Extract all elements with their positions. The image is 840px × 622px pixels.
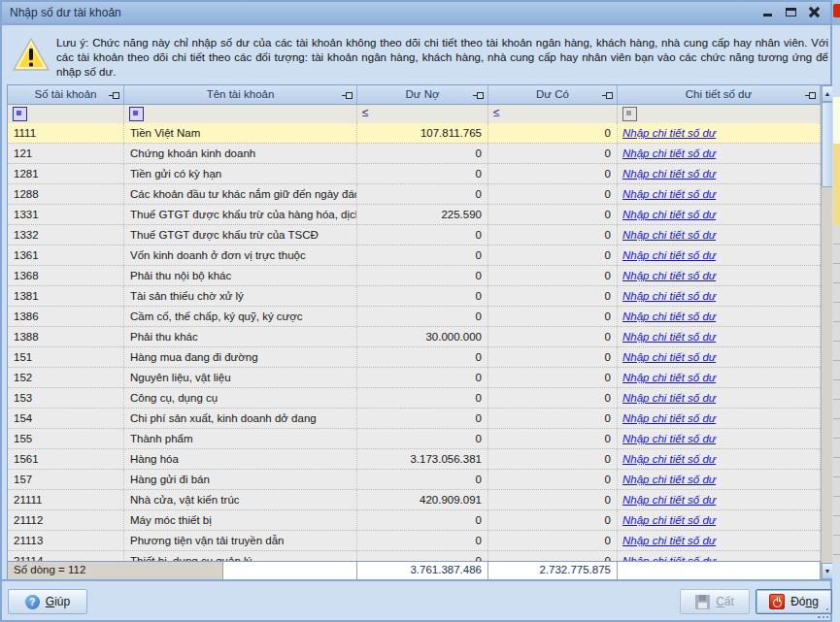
debit-cell[interactable]: 0 bbox=[357, 551, 488, 561]
column-header-debit[interactable]: Dư Nợ bbox=[357, 85, 488, 105]
detail-link[interactable]: Nhập chi tiết số dư bbox=[622, 535, 716, 546]
help-button[interactable]: ? Giúp bbox=[8, 589, 87, 614]
debit-cell[interactable]: 0 bbox=[357, 347, 488, 367]
table-row[interactable]: 1281 Tiền gửi có kỳ hạn 0 0 Nhập chi tiế… bbox=[8, 164, 821, 184]
credit-cell[interactable]: 0 bbox=[488, 123, 618, 143]
credit-cell[interactable]: 0 bbox=[488, 551, 618, 561]
less-equal-icon[interactable]: ≤ bbox=[493, 106, 500, 119]
detail-link[interactable]: Nhập chi tiết số dư bbox=[622, 229, 716, 241]
table-row[interactable]: 21114 Thiết bị, dụng cụ quản lý 0 0 Nhập… bbox=[8, 551, 821, 561]
detail-link[interactable]: Nhập chi tiết số dư bbox=[622, 351, 716, 363]
detail-link[interactable]: Nhập chi tiết số dư bbox=[622, 372, 716, 383]
detail-link[interactable]: Nhập chi tiết số dư bbox=[622, 209, 716, 220]
table-row[interactable]: 157 Hàng gửi đi bán 0 0 Nhập chi tiết số… bbox=[8, 470, 821, 490]
table-row[interactable]: 121 Chứng khoán kinh doanh 0 0 Nhập chi … bbox=[8, 144, 821, 164]
credit-cell[interactable]: 0 bbox=[488, 144, 618, 163]
debit-cell[interactable]: 0 bbox=[357, 429, 488, 448]
table-row[interactable]: 1288 Các khoản đầu tư khác nắm giữ đến n… bbox=[8, 184, 821, 205]
debit-cell[interactable]: 0 bbox=[357, 246, 488, 265]
detail-link[interactable]: Nhập chi tiết số dư bbox=[622, 188, 716, 200]
debit-cell[interactable]: 420.909.091 bbox=[357, 490, 488, 509]
detail-link[interactable]: Nhập chi tiết số dư bbox=[622, 494, 716, 506]
detail-link[interactable]: Nhập chi tiết số dư bbox=[622, 127, 716, 139]
credit-cell[interactable]: 0 bbox=[488, 449, 618, 469]
debit-cell[interactable]: 0 bbox=[357, 368, 488, 387]
detail-link[interactable]: Nhập chi tiết số dư bbox=[622, 433, 716, 444]
credit-cell[interactable]: 0 bbox=[488, 490, 618, 509]
detail-link[interactable]: Nhập chi tiết số dư bbox=[622, 168, 716, 180]
credit-cell[interactable]: 0 bbox=[488, 347, 618, 367]
detail-link[interactable]: Nhập chi tiết số dư bbox=[622, 249, 716, 261]
table-row[interactable]: 1561 Hàng hóa 3.173.056.381 0 Nhập chi t… bbox=[8, 449, 821, 470]
debit-cell[interactable]: 0 bbox=[357, 225, 488, 245]
table-row[interactable]: 1332 Thuế GTGT được khấu trừ của TSCĐ 0 … bbox=[8, 225, 821, 246]
debit-cell[interactable]: 225.590 bbox=[357, 205, 488, 224]
credit-cell[interactable]: 0 bbox=[488, 409, 618, 428]
detail-link[interactable]: Nhập chi tiết số dư bbox=[622, 331, 716, 343]
detail-link[interactable]: Nhập chi tiết số dư bbox=[622, 290, 716, 302]
debit-cell[interactable]: 30.000.000 bbox=[357, 327, 488, 346]
table-row[interactable]: 21112 Máy móc thiết bị 0 0 Nhập chi tiết… bbox=[8, 510, 821, 531]
filter-button-icon[interactable] bbox=[622, 107, 637, 121]
detail-link[interactable]: Nhập chi tiết số dư bbox=[622, 412, 716, 424]
credit-cell[interactable]: 0 bbox=[488, 327, 618, 346]
debit-cell[interactable]: 0 bbox=[357, 307, 488, 326]
table-row[interactable]: 21111 Nhà cửa, vật kiến trúc 420.909.091… bbox=[8, 490, 821, 510]
detail-link[interactable]: Nhập chi tiết số dư bbox=[622, 147, 716, 159]
debit-cell[interactable]: 3.173.056.381 bbox=[357, 449, 488, 469]
pin-icon[interactable] bbox=[342, 92, 353, 99]
debit-cell[interactable]: 0 bbox=[357, 184, 488, 204]
credit-cell[interactable]: 0 bbox=[488, 531, 618, 550]
dialog-titlebar[interactable]: Nhập số dư tài khoản bbox=[0, 0, 832, 25]
credit-cell[interactable]: 0 bbox=[488, 368, 618, 387]
credit-cell[interactable]: 0 bbox=[488, 205, 618, 224]
pin-icon[interactable] bbox=[602, 92, 613, 99]
credit-cell[interactable]: 0 bbox=[488, 266, 618, 285]
filter-button-icon[interactable] bbox=[129, 107, 144, 121]
credit-cell[interactable]: 0 bbox=[488, 429, 618, 448]
table-row[interactable]: 153 Công cụ, dụng cụ 0 0 Nhập chi tiết s… bbox=[8, 388, 821, 409]
debit-cell[interactable]: 0 bbox=[357, 144, 488, 163]
column-header-name[interactable]: Tên tài khoản bbox=[124, 85, 357, 105]
vertical-scrollbar[interactable]: ▲ ▼ bbox=[821, 85, 832, 579]
close-icon[interactable] bbox=[806, 4, 823, 20]
pin-icon[interactable] bbox=[473, 92, 484, 99]
debit-cell[interactable]: 0 bbox=[357, 388, 488, 408]
table-row[interactable]: 1361 Vốn kinh doanh ở đơn vị trực thuộc … bbox=[8, 246, 821, 266]
credit-cell[interactable]: 0 bbox=[488, 470, 618, 489]
less-equal-icon[interactable]: ≤ bbox=[362, 106, 369, 119]
table-row[interactable]: 21113 Phương tiện vận tải truyền dẫn 0 0… bbox=[8, 531, 821, 551]
credit-cell[interactable]: 0 bbox=[488, 286, 618, 306]
pin-icon[interactable] bbox=[805, 92, 816, 99]
column-header-detail[interactable]: Chi tiết số dư bbox=[618, 85, 821, 105]
table-row[interactable]: 1111 Tiền Việt Nam 107.811.765 0 Nhập ch… bbox=[8, 123, 821, 144]
table-row[interactable]: 154 Chi phí sản xuất, kinh doanh dở dang… bbox=[8, 409, 821, 429]
debit-cell[interactable]: 0 bbox=[357, 266, 488, 285]
debit-cell[interactable]: 0 bbox=[357, 286, 488, 306]
detail-link[interactable]: Nhập chi tiết số dư bbox=[622, 311, 716, 322]
minimize-icon[interactable] bbox=[759, 4, 776, 20]
credit-cell[interactable]: 0 bbox=[488, 307, 618, 326]
debit-cell[interactable]: 0 bbox=[357, 510, 488, 530]
debit-cell[interactable]: 107.811.765 bbox=[357, 123, 488, 143]
credit-cell[interactable]: 0 bbox=[488, 510, 618, 530]
filter-button-icon[interactable] bbox=[13, 107, 27, 121]
table-row[interactable]: 1381 Tài sản thiếu chờ xử lý 0 0 Nhập ch… bbox=[8, 286, 821, 307]
table-row[interactable]: 1368 Phải thu nội bộ khác 0 0 Nhập chi t… bbox=[8, 266, 821, 286]
detail-link[interactable]: Nhập chi tiết số dư bbox=[622, 514, 716, 526]
debit-cell[interactable]: 0 bbox=[357, 409, 488, 428]
credit-cell[interactable]: 0 bbox=[488, 246, 618, 265]
table-row[interactable]: 152 Nguyên liệu, vật liệu 0 0 Nhập chi t… bbox=[8, 368, 821, 388]
maximize-icon[interactable] bbox=[783, 4, 799, 20]
column-header-credit[interactable]: Dư Có bbox=[488, 85, 618, 105]
detail-link[interactable]: Nhập chi tiết số dư bbox=[622, 270, 716, 281]
debit-cell[interactable]: 0 bbox=[357, 470, 488, 489]
resize-grip[interactable] bbox=[817, 606, 829, 619]
debit-cell[interactable]: 0 bbox=[357, 531, 488, 550]
credit-cell[interactable]: 0 bbox=[488, 225, 618, 245]
table-row[interactable]: 1388 Phải thu khác 30.000.000 0 Nhập chi… bbox=[8, 327, 821, 347]
background-close-icon[interactable] bbox=[833, 4, 840, 17]
detail-link[interactable]: Nhập chi tiết số dư bbox=[622, 474, 716, 485]
detail-link[interactable]: Nhập chi tiết số dư bbox=[622, 453, 716, 465]
credit-cell[interactable]: 0 bbox=[488, 184, 618, 204]
